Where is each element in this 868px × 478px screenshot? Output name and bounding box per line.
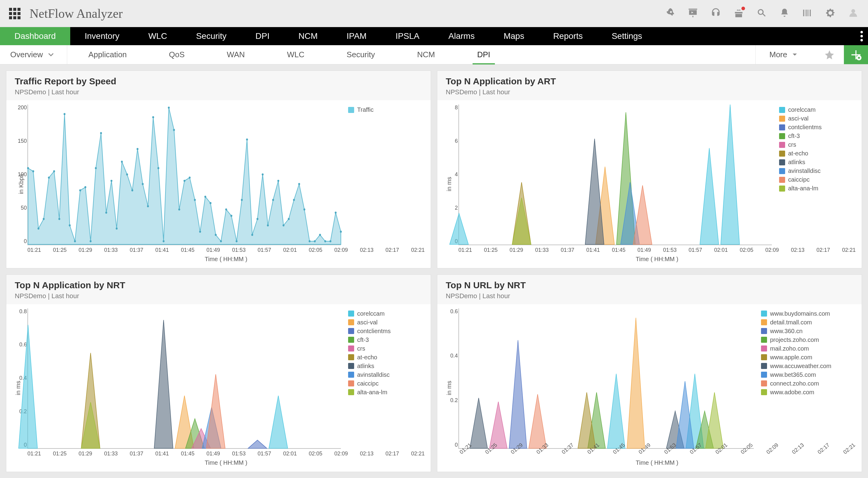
legend-item[interactable]: connect.zoho.com	[761, 380, 856, 387]
legend-item[interactable]: projects.zoho.com	[761, 337, 856, 343]
svg-point-19	[105, 212, 107, 214]
svg-point-21	[116, 227, 118, 229]
legend-item[interactable]: www.accuweather.com	[761, 363, 856, 370]
legend-item[interactable]: asci-val	[348, 319, 425, 326]
nav-wlc[interactable]: WLC	[134, 27, 181, 45]
presentation-icon[interactable]	[687, 7, 699, 20]
svg-point-24	[131, 189, 133, 192]
search-icon[interactable]	[756, 7, 767, 20]
svg-point-62	[330, 240, 331, 242]
user-icon[interactable]	[847, 7, 859, 20]
chart-art[interactable]: 86420	[458, 104, 772, 245]
legend-item[interactable]: alta-ana-lm	[348, 389, 425, 396]
chart-url[interactable]: 0.60.40.20	[458, 309, 754, 449]
panel-art: Top N Application by ARTNPSDemo | Last h…	[437, 70, 862, 268]
kebab-menu-icon[interactable]	[860, 27, 863, 45]
legend-item[interactable]: contclientms	[348, 328, 425, 334]
legend-item[interactable]: at-echo	[779, 150, 856, 157]
svg-point-38	[204, 196, 206, 198]
main-nav: DashboardInventoryWLCSecurityDPINCMIPAMI…	[0, 27, 868, 45]
panel-subtitle: NPSDemo | Last hour	[15, 88, 422, 96]
svg-point-46	[246, 138, 248, 141]
legend-item[interactable]: Traffic	[348, 106, 425, 113]
legend-item[interactable]: atlinks	[779, 159, 856, 166]
svg-point-52	[277, 180, 279, 182]
chart-nrt[interactable]: 0.80.60.40.20	[27, 309, 341, 449]
nav-ipam[interactable]: IPAM	[332, 27, 381, 45]
legend-item[interactable]: www.bet365.com	[761, 371, 856, 378]
legend-item[interactable]: mail.zoho.com	[761, 345, 856, 352]
panel-nrt: Top N Application by NRTNPSDemo | Last h…	[6, 275, 431, 472]
svg-point-8	[48, 177, 50, 179]
gift-icon[interactable]	[733, 7, 744, 20]
legend-item[interactable]: www.adobe.com	[761, 389, 856, 396]
legend-item[interactable]: www.apple.com	[761, 354, 856, 361]
subtab-qos[interactable]: QoS	[148, 45, 206, 64]
nav-ipsla[interactable]: IPSLA	[381, 27, 434, 45]
svg-point-35	[189, 177, 190, 179]
legend-item[interactable]: avinstalldisc	[779, 167, 856, 174]
nav-dpi[interactable]: DPI	[241, 27, 284, 45]
nav-settings[interactable]: Settings	[597, 27, 656, 45]
favorite-button[interactable]	[815, 45, 844, 64]
legend-item[interactable]: cft-3	[779, 132, 856, 139]
svg-point-0	[861, 31, 863, 33]
svg-point-60	[319, 234, 321, 236]
more-dropdown[interactable]: More	[755, 45, 815, 64]
add-widget-button[interactable]	[844, 45, 868, 64]
svg-point-1	[861, 35, 863, 37]
legend-item[interactable]: caiccipc	[348, 380, 425, 387]
barcode-icon[interactable]	[802, 7, 813, 20]
nav-alarms[interactable]: Alarms	[434, 27, 489, 45]
nav-inventory[interactable]: Inventory	[70, 27, 134, 45]
subtab-security[interactable]: Security	[326, 45, 396, 64]
nav-reports[interactable]: Reports	[538, 27, 597, 45]
gear-icon[interactable]	[825, 7, 836, 20]
overview-dropdown[interactable]: Overview	[0, 45, 67, 64]
overview-label: Overview	[10, 50, 43, 59]
svg-point-34	[184, 180, 185, 182]
subtab-application[interactable]: Application	[67, 45, 148, 64]
legend-item[interactable]: cft-3	[348, 337, 425, 343]
headset-icon[interactable]	[710, 7, 721, 20]
svg-point-58	[309, 240, 310, 242]
chart-traffic[interactable]: 200150100500	[27, 104, 341, 245]
svg-point-50	[267, 224, 269, 226]
svg-point-33	[179, 209, 180, 211]
more-label: More	[770, 50, 787, 59]
svg-point-59	[314, 240, 315, 242]
legend-item[interactable]: contclientms	[779, 124, 856, 131]
legend-item[interactable]: corelccam	[348, 310, 425, 317]
legend-item[interactable]: crs	[348, 345, 425, 352]
nav-security[interactable]: Security	[181, 27, 241, 45]
nav-ncm[interactable]: NCM	[284, 27, 332, 45]
svg-point-43	[230, 215, 232, 217]
nav-dashboard[interactable]: Dashboard	[0, 27, 70, 45]
rocket-icon[interactable]	[664, 7, 676, 20]
legend-item[interactable]: at-echo	[348, 354, 425, 361]
svg-point-16	[90, 240, 91, 242]
legend-item[interactable]: www.buydomains.com	[761, 310, 856, 317]
subtab-dpi[interactable]: DPI	[456, 45, 511, 64]
legend-item[interactable]: crs	[779, 141, 856, 148]
nav-maps[interactable]: Maps	[489, 27, 538, 45]
legend: corelccamasci-valcontclientmscft-3crsat-…	[346, 309, 425, 449]
svg-point-51	[272, 199, 274, 201]
svg-point-44	[236, 240, 238, 242]
legend-item[interactable]: atlinks	[348, 363, 425, 370]
subtab-wlc[interactable]: WLC	[266, 45, 326, 64]
legend-item[interactable]: corelccam	[779, 106, 856, 113]
subtab-wan[interactable]: WAN	[206, 45, 266, 64]
svg-point-40	[215, 234, 217, 236]
legend-item[interactable]: asci-val	[779, 115, 856, 122]
x-ticks: 01:2101:2501:2901:3301:3701:4101:4501:49…	[27, 245, 425, 253]
legend-item[interactable]: www.360.cn	[761, 328, 856, 334]
bell-icon[interactable]	[779, 7, 790, 20]
legend-item[interactable]: alta-ana-lm	[779, 185, 856, 192]
legend-item[interactable]: avinstalldisc	[348, 371, 425, 378]
apps-grid-icon[interactable]	[9, 8, 21, 19]
subtab-ncm[interactable]: NCM	[396, 45, 456, 64]
legend-item[interactable]: detail.tmall.com	[761, 319, 856, 326]
panel-traffic: Traffic Report by SpeedNPSDemo | Last ho…	[6, 70, 431, 268]
legend-item[interactable]: caiccipc	[779, 176, 856, 183]
